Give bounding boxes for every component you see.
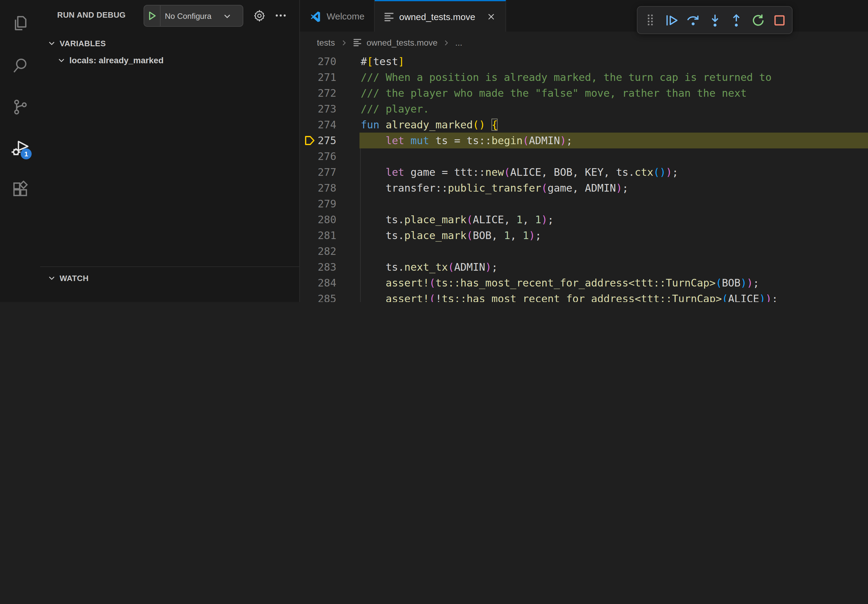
- code-line[interactable]: 276: [300, 149, 868, 164]
- chevron-down-icon: [47, 39, 56, 48]
- step-over-icon: [685, 12, 701, 28]
- line-number[interactable]: 285: [300, 291, 336, 302]
- activity-extensions[interactable]: [0, 175, 40, 204]
- activity-source-control[interactable]: [0, 93, 40, 122]
- code-line[interactable]: 281 ts.place_mark(BOB, 1, 1);: [300, 228, 868, 243]
- code-line[interactable]: 283 ts.next_tx(ADMIN);: [300, 259, 868, 275]
- code-line[interactable]: 271/// When a position is already marked…: [300, 69, 868, 85]
- step-into-button[interactable]: [705, 11, 724, 29]
- line-number[interactable]: 284: [300, 275, 336, 291]
- line-number[interactable]: 276: [300, 149, 336, 164]
- vscode-logo-icon: [310, 10, 321, 22]
- code-line[interactable]: 282: [300, 243, 868, 259]
- section-divider: [40, 266, 299, 267]
- code-line[interactable]: 270#[test]: [300, 54, 868, 69]
- watch-section-header[interactable]: WATCH: [40, 270, 299, 286]
- chevron-right-icon: [443, 39, 450, 46]
- line-number[interactable]: 273: [300, 101, 336, 117]
- activity-run-debug[interactable]: 1: [0, 134, 40, 163]
- variables-scope-row[interactable]: locals: already_marked: [40, 52, 299, 68]
- debug-config-dropdown[interactable]: No Configura: [144, 5, 243, 27]
- section-label: WATCH: [60, 273, 88, 283]
- code-text: [336, 243, 361, 259]
- code-editor[interactable]: 270#[test]271/// When a position is alre…: [300, 54, 868, 302]
- code-line[interactable]: 285 assert!(!ts::has_most_recent_for_add…: [300, 291, 868, 302]
- continue-button[interactable]: [662, 11, 680, 29]
- code-text: assert!(ts::has_most_recent_for_address<…: [336, 275, 759, 291]
- chevron-down-icon: [47, 274, 56, 282]
- code-text: let game = ttt::new(ALICE, BOB, KEY, ts.…: [336, 164, 678, 180]
- restart-button[interactable]: [749, 11, 767, 29]
- code-text: ts.place_mark(ALICE, 1, 1);: [336, 212, 554, 228]
- gear-icon[interactable]: [253, 9, 266, 22]
- current-stackframe-icon: [304, 135, 316, 146]
- vscode-window: 1 RUN AND DEBUG No Configura: [0, 0, 868, 302]
- restart-icon: [750, 12, 766, 28]
- line-number[interactable]: 279: [300, 196, 336, 212]
- code-line[interactable]: 274fun already_marked() {: [300, 117, 868, 133]
- code-text: let mut ts = ts::begin(ADMIN);: [336, 133, 572, 149]
- code-line[interactable]: 277 let game = ttt::new(ALICE, BOB, KEY,…: [300, 164, 868, 180]
- debug-badge: 1: [21, 149, 32, 160]
- code-line[interactable]: 278 transfer::public_transfer(game, ADMI…: [300, 180, 868, 196]
- line-number[interactable]: 278: [300, 180, 336, 196]
- code-lines: 270#[test]271/// When a position is alre…: [300, 54, 868, 302]
- extensions-icon: [11, 181, 29, 199]
- search-icon: [11, 57, 29, 75]
- code-text: fun already_marked() {: [336, 117, 498, 133]
- code-text: /// the player who made the "false" move…: [336, 85, 747, 101]
- line-number[interactable]: 270: [300, 54, 336, 69]
- line-number[interactable]: 277: [300, 164, 336, 180]
- activity-explorer[interactable]: [0, 9, 40, 38]
- close-icon[interactable]: [487, 12, 496, 21]
- line-number[interactable]: 271: [300, 69, 336, 85]
- code-line[interactable]: 279: [300, 196, 868, 212]
- line-number[interactable]: 282: [300, 243, 336, 259]
- variables-section-header[interactable]: VARIABLES: [40, 35, 299, 51]
- move-file-icon: [385, 11, 394, 22]
- line-number[interactable]: 280: [300, 212, 336, 228]
- code-line[interactable]: 273/// player.: [300, 101, 868, 117]
- tab-welcome[interactable]: Welcome: [300, 0, 375, 32]
- code-text: ts.next_tx(ADMIN);: [336, 259, 498, 275]
- section-label: VARIABLES: [60, 39, 106, 48]
- scope-label: locals: already_marked: [69, 55, 164, 65]
- tab-owned-tests[interactable]: owned_tests.move: [375, 0, 506, 32]
- stop-button[interactable]: [770, 11, 789, 29]
- step-out-button[interactable]: [727, 11, 746, 29]
- breadcrumb-file[interactable]: owned_tests.move: [366, 38, 437, 48]
- line-number[interactable]: 281: [300, 228, 336, 243]
- toolbar-drag-handle[interactable]: [641, 11, 659, 29]
- code-text: /// player.: [336, 101, 429, 117]
- source-control-icon: [11, 98, 29, 116]
- config-label: No Configura: [161, 11, 223, 20]
- code-text: [336, 149, 361, 164]
- line-number[interactable]: 272: [300, 85, 336, 101]
- code-line[interactable]: 275 let mut ts = ts::begin(ADMIN);: [300, 133, 868, 149]
- step-out-icon: [729, 12, 744, 28]
- code-line[interactable]: 280 ts.place_mark(ALICE, 1, 1);: [300, 212, 868, 228]
- debug-toolbar: [637, 6, 792, 34]
- breadcrumb-folder[interactable]: tests: [317, 38, 335, 48]
- activity-search[interactable]: [0, 51, 40, 80]
- code-text: assert!(!ts::has_most_recent_for_address…: [336, 291, 778, 302]
- step-into-icon: [707, 12, 722, 28]
- start-debugging-icon[interactable]: [144, 11, 160, 21]
- continue-icon: [664, 12, 679, 28]
- line-number[interactable]: 274: [300, 117, 336, 133]
- code-text: ts.place_mark(BOB, 1, 1);: [336, 228, 541, 243]
- debug-sidebar: RUN AND DEBUG No Configura VARIABLES loc…: [40, 0, 300, 302]
- step-over-button[interactable]: [684, 11, 702, 29]
- breadcrumb-symbol[interactable]: ...: [455, 38, 462, 48]
- more-actions-icon[interactable]: [275, 13, 287, 18]
- stop-icon: [772, 12, 787, 28]
- line-number[interactable]: 283: [300, 259, 336, 275]
- sidebar-title: RUN AND DEBUG: [57, 10, 126, 19]
- code-text: /// When a position is already marked, t…: [336, 69, 772, 85]
- code-line[interactable]: 272/// the player who made the "false" m…: [300, 85, 868, 101]
- code-line[interactable]: 284 assert!(ts::has_most_recent_for_addr…: [300, 275, 868, 291]
- tab-label: owned_tests.move: [399, 12, 475, 22]
- chevron-down-icon: [223, 11, 236, 20]
- breadcrumb: tests owned_tests.move ...: [300, 32, 868, 54]
- code-text: [336, 196, 361, 212]
